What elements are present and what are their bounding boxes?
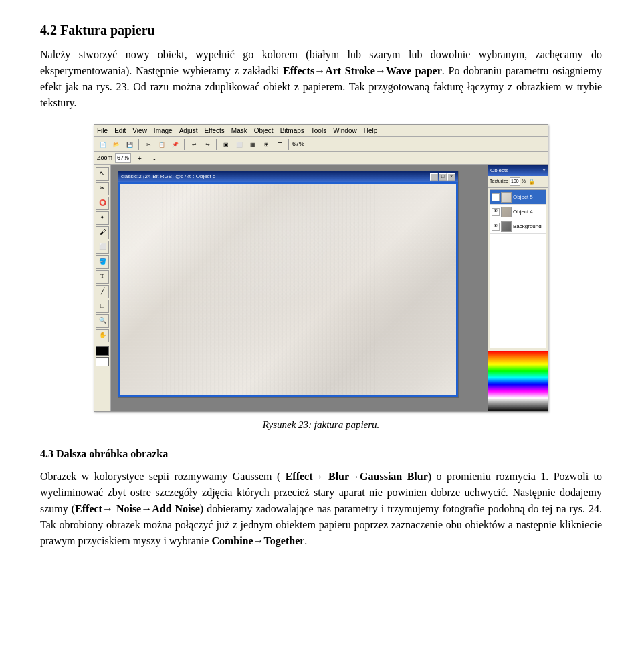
tool-brush[interactable]: 🖌 — [96, 226, 109, 239]
zoom-label: 67% — [292, 140, 304, 149]
toolbar-undo[interactable]: ↩ — [188, 139, 200, 150]
toolbar-btn4[interactable]: ⊞ — [260, 139, 272, 150]
background-color[interactable] — [96, 357, 109, 366]
close-btn[interactable]: × — [447, 173, 455, 181]
toolbar-btn1[interactable]: ▣ — [220, 139, 232, 150]
toolbar-sep3 — [216, 139, 217, 150]
tool-select[interactable]: ↖ — [96, 167, 109, 181]
tool-crop[interactable]: ✂ — [96, 182, 109, 195]
tool-eraser[interactable]: ⬜ — [96, 241, 109, 254]
menu-file[interactable]: File — [97, 126, 108, 136]
menu-help[interactable]: Help — [364, 126, 378, 136]
objects-panel-header: Objects _ × — [488, 165, 548, 176]
maximize-btn[interactable]: □ — [439, 173, 447, 181]
para2-arr5: → — [253, 535, 264, 546]
menu-mask[interactable]: Mask — [231, 126, 247, 136]
panel-minimize-btn[interactable]: _ — [538, 166, 541, 175]
tool-lasso[interactable]: ⭕ — [96, 197, 109, 210]
layer-background[interactable]: 👁 Background — [490, 219, 546, 234]
color-white[interactable] — [488, 398, 548, 405]
menu-image[interactable]: Image — [154, 126, 173, 136]
canvas-area: classic:2 (24-Bit RGB) @67% : Object 5 _… — [111, 165, 488, 411]
tool-magic[interactable]: ✦ — [96, 211, 109, 225]
zoom-in-btn[interactable]: + — [134, 153, 146, 164]
toolbar-new[interactable]: 📄 — [97, 139, 109, 150]
lock-icon[interactable]: 🔒 — [528, 178, 535, 186]
paragraph-1: Należy stworzyć nowy obiekt, wypełnić go… — [40, 47, 602, 111]
document-window: classic:2 (24-Bit RGB) @67% : Object 5 _… — [118, 171, 459, 398]
color-magenta[interactable] — [488, 391, 548, 398]
para2-combine: Combine — [211, 535, 253, 546]
para1-bold2: Art Stroke — [325, 65, 375, 76]
para2-blur: Blur — [324, 471, 350, 482]
para1-bold3: Wave paper — [386, 65, 442, 76]
menu-window[interactable]: Window — [333, 126, 357, 136]
layer-name-obj5: Object 5 — [513, 193, 533, 201]
layer-eye-obj4[interactable]: 👁 — [492, 208, 500, 216]
menu-edit[interactable]: Edit — [114, 126, 126, 136]
panel-close-btn[interactable]: × — [542, 166, 546, 175]
panel-toolbar: Texturize 100 % 🔒 — [488, 176, 548, 188]
para2-arr1: → — [313, 471, 324, 482]
paragraph-2: Obrazek w kolorystyce sepii rozmywamy Ga… — [40, 469, 602, 549]
foreground-color[interactable] — [96, 346, 109, 356]
para2-addnoise: Add Noise — [152, 503, 200, 514]
paper-texture-fill — [118, 182, 458, 397]
paper-overlay — [118, 182, 458, 397]
tool-line[interactable]: ╱ — [96, 285, 109, 298]
layer-object5[interactable]: 👁 Object 5 — [490, 190, 546, 205]
para2-together: Together — [264, 535, 305, 546]
toolbar-cut[interactable]: ✂ — [142, 139, 154, 150]
tool-shape[interactable]: □ — [96, 300, 109, 313]
toolbar-btn3[interactable]: ▦ — [247, 139, 259, 150]
layer-thumb-obj4 — [501, 207, 512, 217]
color-cyan[interactable] — [488, 378, 548, 384]
para2-arr4: → — [141, 503, 152, 514]
toolbox: ↖ ✂ ⭕ ✦ 🖌 ⬜ 🪣 T ╱ □ 🔍 ✋ — [94, 165, 111, 411]
toolbar-btn5[interactable]: ☰ — [274, 139, 286, 150]
tool-text[interactable]: T — [96, 270, 109, 284]
color-black[interactable] — [488, 405, 548, 411]
para2-effect2: Effect — [75, 503, 102, 514]
tool-zoom[interactable]: 🔍 — [96, 314, 109, 328]
toolbar-row2: Zoom 67% + - — [94, 152, 548, 165]
menu-view[interactable]: View — [132, 126, 147, 136]
toolbar-sep2 — [184, 139, 185, 150]
para1-arrow2: → — [375, 65, 386, 76]
color-orange[interactable] — [488, 358, 548, 364]
editor-screenshot: File Edit View Image Adjust Effects Mask… — [94, 124, 548, 412]
menu-adjust[interactable]: Adjust — [179, 126, 198, 136]
menu-object[interactable]: Object — [254, 126, 274, 136]
layer-name-bg: Background — [513, 223, 542, 231]
toolbar-open[interactable]: 📂 — [110, 139, 122, 150]
menu-tools[interactable]: Tools — [311, 126, 326, 136]
color-yellow[interactable] — [488, 364, 548, 371]
color-red[interactable] — [488, 351, 548, 358]
para2-gaussian: Gaussian Blur — [360, 471, 428, 482]
para2-arr3: → — [102, 503, 113, 514]
menu-bar: File Edit View Image Adjust Effects Mask… — [94, 125, 548, 137]
texturize-label: Texturize — [490, 178, 508, 185]
minimize-btn[interactable]: _ — [430, 173, 438, 181]
color-palette — [488, 351, 548, 411]
tool-fill[interactable]: 🪣 — [96, 255, 109, 269]
layer-object4[interactable]: 👁 Object 4 — [490, 205, 546, 219]
window-controls: _ □ × — [430, 173, 455, 181]
toolbar-save[interactable]: 💾 — [124, 139, 136, 150]
zoom-value: 67% — [115, 153, 131, 164]
toolbar-sep1 — [138, 139, 140, 150]
layer-eye-bg[interactable]: 👁 — [492, 223, 500, 231]
color-blue[interactable] — [488, 384, 548, 391]
toolbar-btn2[interactable]: ⬜ — [233, 139, 245, 150]
toolbar-copy[interactable]: 📋 — [156, 139, 168, 150]
color-green[interactable] — [488, 371, 548, 378]
layer-eye-obj5[interactable]: 👁 — [492, 193, 500, 201]
toolbar-paste[interactable]: 📌 — [169, 139, 181, 150]
menu-effects[interactable]: Effects — [204, 126, 224, 136]
menu-bitmaps[interactable]: Bitmaps — [280, 126, 304, 136]
toolbar-redo[interactable]: ↪ — [201, 139, 213, 150]
tool-hand[interactable]: ✋ — [96, 329, 109, 342]
zoom-out-btn[interactable]: - — [148, 153, 160, 164]
para2-text3: . — [304, 535, 307, 546]
toolbar-row1: 📄 📂 💾 ✂ 📋 📌 ↩ ↪ ▣ ⬜ ▦ ⊞ ☰ 67% — [94, 137, 548, 152]
